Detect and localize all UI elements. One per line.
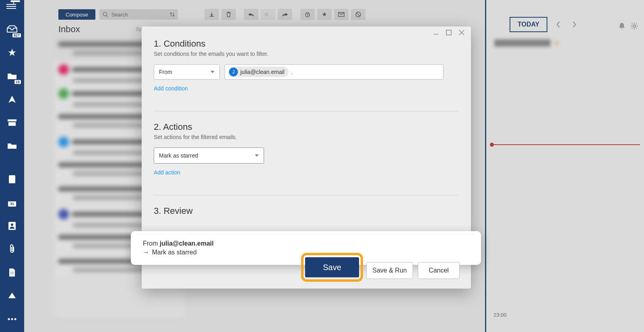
sent-icon[interactable] <box>5 92 19 107</box>
svg-rect-6 <box>8 119 17 121</box>
dialog-close-icon[interactable] <box>459 30 466 35</box>
hamburger-badge: 1 <box>10 0 20 2</box>
add-action-link[interactable]: Add action <box>154 169 459 176</box>
divider <box>154 195 459 195</box>
inbox-count-badge: 827 <box>12 33 21 37</box>
left-navigation-rail: 1 827 15 31 <box>0 0 24 332</box>
svg-point-17 <box>11 318 13 320</box>
calendar-rail-icon[interactable]: 31 <box>5 195 19 210</box>
cancel-button[interactable]: Cancel <box>418 262 460 279</box>
action-select[interactable]: Mark as starred <box>154 148 264 164</box>
document-icon[interactable] <box>5 265 19 280</box>
svg-rect-10 <box>8 199 16 201</box>
more-icon[interactable] <box>5 312 19 326</box>
action-select-label: Mark as starred <box>159 152 198 159</box>
folder-badged-icon[interactable]: 15 <box>5 69 19 83</box>
folder-badge: 15 <box>14 80 21 84</box>
dialog-minimize-icon[interactable] <box>433 30 440 35</box>
svg-point-16 <box>8 318 10 320</box>
chevron-down-icon <box>255 154 259 157</box>
starred-icon[interactable] <box>5 45 19 60</box>
email-chip[interactable]: J julia@clean.email <box>228 67 289 77</box>
svg-point-18 <box>14 318 17 320</box>
svg-rect-27 <box>446 30 451 35</box>
chip-email: julia@clean.email <box>240 69 285 75</box>
attachments-icon[interactable] <box>5 242 19 256</box>
svg-rect-8 <box>9 175 15 183</box>
svg-point-13 <box>11 223 13 226</box>
actions-title: 2. Actions <box>154 122 459 132</box>
archive-icon[interactable] <box>5 115 19 130</box>
dialog-maximize-icon[interactable] <box>446 30 453 35</box>
divider <box>154 111 459 111</box>
save-and-run-button[interactable]: Save & Run <box>366 262 413 279</box>
save-button[interactable]: Save <box>305 257 359 277</box>
condition-field-label: From <box>159 69 172 75</box>
review-action-text: → Mark as starred <box>143 249 469 256</box>
inbox-icon[interactable]: 827 <box>5 22 19 37</box>
contacts-icon[interactable] <box>5 219 19 233</box>
chevron-down-icon <box>211 71 215 73</box>
hamburger-menu-icon[interactable]: 1 <box>6 2 18 11</box>
folder-icon[interactable] <box>5 139 19 153</box>
actions-desc: Set actions for the filtered emails. <box>154 134 459 140</box>
svg-rect-7 <box>8 122 16 126</box>
notes-icon[interactable] <box>5 172 19 186</box>
svg-text:31: 31 <box>10 202 14 206</box>
condition-value-input[interactable]: J julia@clean.email , <box>225 64 444 80</box>
condition-field-select[interactable]: From <box>154 64 220 80</box>
conditions-title: 1. Conditions <box>154 39 459 49</box>
review-title: 3. Review <box>154 206 459 216</box>
conditions-desc: Set conditions for the emails you want t… <box>154 51 459 57</box>
add-condition-link[interactable]: Add condition <box>154 85 459 92</box>
drive-icon[interactable] <box>5 289 19 303</box>
review-condition-text: From julia@clean.email <box>143 240 469 247</box>
chip-separator: , <box>291 68 293 76</box>
chip-avatar: J <box>229 68 238 76</box>
